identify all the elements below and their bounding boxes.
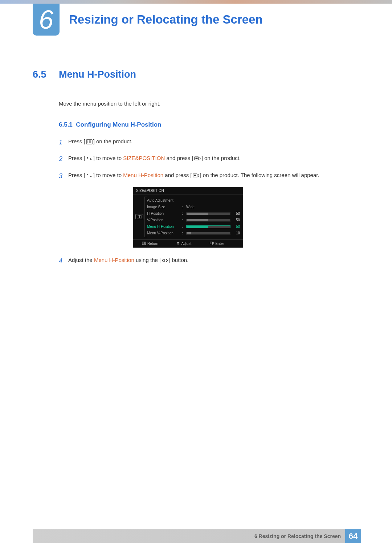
enter-icon xyxy=(193,173,199,178)
step-number: 3 xyxy=(59,170,68,182)
page-footer: 6 Resizing or Relocating the Screen 64 xyxy=(33,529,361,543)
slider xyxy=(186,219,230,222)
leftright-icon xyxy=(162,258,168,263)
chapter-number: 6 xyxy=(39,5,53,34)
osd-row-image-size: Image Size : Wide xyxy=(147,204,240,210)
highlight: SIZE&POSITION xyxy=(123,155,165,161)
subsection-title: Configuring Menu H-Position xyxy=(76,121,161,128)
section-heading: 6.5Menu H-Position xyxy=(33,69,361,80)
subsection-number: 6.5.1 xyxy=(59,121,73,128)
osd-row-vposition: V-Position : 50 xyxy=(147,217,240,223)
enter-icon xyxy=(194,156,201,161)
osd-bracket xyxy=(144,197,147,237)
osd-screenshot: SIZE&POSITION Auto Adjustment Image Size… xyxy=(133,187,243,248)
osd-body: Auto Adjustment Image Size : Wide H-Posi… xyxy=(133,194,243,239)
highlight: Menu H-Position xyxy=(123,172,163,178)
enter-icon xyxy=(210,241,214,246)
step-number: 4 xyxy=(59,255,68,267)
adjust-icon xyxy=(176,241,180,246)
step-text: Press [] to move to SIZE&POSITION and pr… xyxy=(68,153,361,163)
slider-active xyxy=(186,225,230,228)
step-number: 2 xyxy=(59,153,68,165)
step-2: 2 Press [] to move to SIZE&POSITION and … xyxy=(59,153,361,165)
step-1: 1 Press [] on the product. xyxy=(59,136,361,148)
chapter-title: Resizing or Relocating the Screen xyxy=(69,13,263,26)
slider xyxy=(186,232,230,235)
section-number: 6.5 xyxy=(33,69,59,80)
slider xyxy=(186,212,230,215)
step-3: 3 Press [] to move to Menu H-Position an… xyxy=(59,170,361,182)
step-text: Press [] to move to Menu H-Position and … xyxy=(68,170,361,180)
svg-rect-10 xyxy=(138,216,139,216)
osd-row-auto: Auto Adjustment xyxy=(147,197,240,204)
svg-rect-5 xyxy=(195,158,197,159)
osd-row-menu-vposition: Menu V-Position : 10 xyxy=(147,230,240,237)
top-gradient-bar xyxy=(0,0,392,4)
svg-rect-16 xyxy=(210,242,212,244)
svg-rect-7 xyxy=(194,175,196,176)
step-number: 1 xyxy=(59,136,68,148)
svg-rect-11 xyxy=(140,216,141,216)
step-text: Adjust the Menu H-Position using the [] … xyxy=(68,255,361,265)
section-title: Menu H-Position xyxy=(59,69,136,80)
osd-category-icon xyxy=(135,214,143,219)
menu-icon xyxy=(86,139,93,144)
section-description: Move the menu position to the left or ri… xyxy=(59,100,361,107)
return-icon xyxy=(142,241,146,246)
osd-row-menu-hposition: Menu H-Position : 50 xyxy=(147,223,240,230)
svg-rect-8 xyxy=(137,215,139,218)
subsection-heading: 6.5.1 Configuring Menu H-Position xyxy=(59,121,361,128)
svg-rect-9 xyxy=(140,215,142,218)
step-4: 4 Adjust the Menu H-Position using the [… xyxy=(59,255,361,267)
footer-page-number: 64 xyxy=(345,529,361,543)
updown-icon xyxy=(86,173,93,178)
highlight: Menu H-Position xyxy=(94,257,134,263)
chapter-badge: 6 xyxy=(33,4,60,36)
steps-list: 1 Press [] on the product. 2 Press [] to… xyxy=(59,136,361,267)
footer-text: 6 Resizing or Relocating the Screen xyxy=(254,533,341,539)
osd-title: SIZE&POSITION xyxy=(133,187,243,194)
updown-icon xyxy=(86,156,93,161)
osd-footer: Return Adjust Enter xyxy=(133,239,243,247)
step-text: Press [] on the product. xyxy=(68,136,361,147)
osd-row-hposition: H-Position : 50 xyxy=(147,210,240,217)
